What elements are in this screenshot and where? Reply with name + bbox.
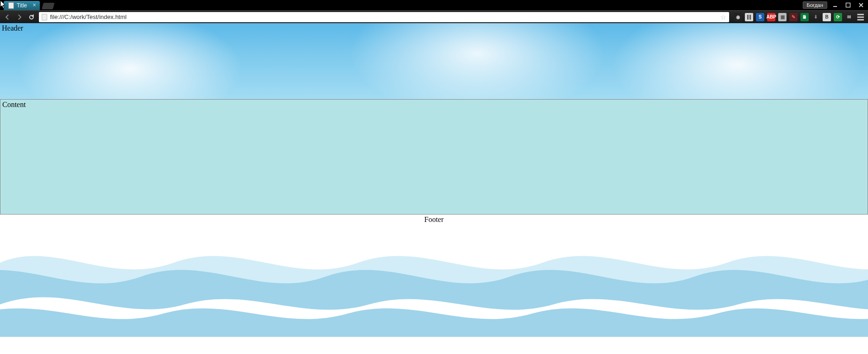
- maximize-button[interactable]: [843, 1, 853, 9]
- footer-text: Footer: [425, 215, 444, 223]
- titlebar-right: Богдан: [803, 0, 868, 10]
- tabs-region: Title ×: [0, 0, 54, 10]
- ext-power-icon[interactable]: ◉: [734, 13, 742, 21]
- reload-button[interactable]: [27, 13, 36, 22]
- tab-title: Title: [17, 2, 27, 9]
- page-viewport: Header Content Footer: [0, 23, 868, 354]
- back-button[interactable]: [3, 13, 12, 22]
- svg-rect-1: [846, 3, 850, 7]
- url-input[interactable]: [50, 13, 718, 20]
- browser-tab[interactable]: Title ×: [4, 1, 40, 10]
- ext-s-icon[interactable]: S: [756, 13, 764, 21]
- ext-pixel-icon[interactable]: ▦: [778, 13, 787, 21]
- titlebar: Title × Богдан: [0, 0, 868, 10]
- ext-mail-icon[interactable]: ✉: [845, 13, 853, 21]
- ext-new-icon[interactable]: ⟳: [834, 13, 842, 21]
- ext-barcode-icon[interactable]: ∥∥: [745, 13, 753, 21]
- ext-brush-icon[interactable]: ✎: [789, 13, 798, 21]
- page-content-section: Content: [0, 99, 868, 215]
- chrome-menu-button[interactable]: [856, 13, 865, 22]
- page-header-section: Header: [0, 23, 868, 99]
- extensions-region: ◉∥∥SABP▦✎🗎⬇B⟳✉: [732, 13, 853, 21]
- user-badge[interactable]: Богдан: [803, 1, 827, 9]
- ext-b-icon[interactable]: B: [823, 13, 831, 21]
- minimize-button[interactable]: [830, 1, 840, 9]
- content-text: Content: [2, 101, 26, 108]
- close-window-button[interactable]: [856, 1, 866, 9]
- waves-decoration: [0, 235, 868, 337]
- close-tab-icon[interactable]: ×: [31, 2, 37, 8]
- ext-doc-icon[interactable]: 🗎: [800, 13, 809, 21]
- ext-download-icon[interactable]: ⬇: [812, 13, 820, 21]
- address-bar[interactable]: ☆: [39, 12, 729, 22]
- titlebar-spacer: [54, 0, 802, 10]
- forward-button[interactable]: [15, 13, 24, 22]
- toolbar: ☆ ◉∥∥SABP▦✎🗎⬇B⟳✉: [0, 10, 868, 23]
- file-icon: [42, 14, 47, 20]
- page-footer-section: Footer: [0, 215, 868, 354]
- ext-abp-icon[interactable]: ABP: [767, 13, 775, 21]
- bookmark-star-icon[interactable]: ☆: [720, 13, 726, 21]
- header-text: Header: [2, 24, 23, 32]
- new-tab-button[interactable]: [42, 3, 55, 9]
- page-icon: [8, 2, 14, 9]
